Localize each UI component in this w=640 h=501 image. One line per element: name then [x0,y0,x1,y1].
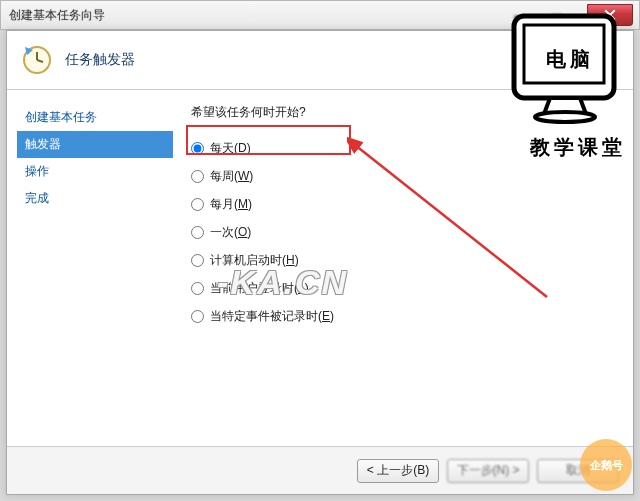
radio-once[interactable] [191,226,204,239]
option-daily[interactable]: 每天(D) [191,135,615,161]
label-event: 当特定事件被记录时(E) [210,308,334,325]
next-button[interactable]: 下一步(N) > [447,459,529,483]
titlebar-blur-1: ▬ [514,8,526,22]
back-button[interactable]: < 上一步(B) [357,459,439,483]
radio-daily[interactable] [191,142,204,155]
close-icon [604,9,616,21]
close-button[interactable] [587,4,633,26]
label-monthly: 每月(M) [210,196,252,213]
sidebar-item-trigger[interactable]: 触发器 [17,131,173,158]
radio-startup[interactable] [191,254,204,267]
main-panel: 希望该任务何时开始? 每天(D) 每周(W) 每月(M) 一次(O) 计算机启动… [173,90,633,446]
wizard-title: 任务触发器 [65,51,135,69]
sidebar-item-create-task[interactable]: 创建基本任务 [17,104,173,131]
radio-monthly[interactable] [191,198,204,211]
radio-weekly[interactable] [191,170,204,183]
clock-icon [21,44,53,76]
label-logon: 当前用户登录时(L) [210,280,309,297]
wizard-window: 任务触发器 创建基本任务 触发器 操作 完成 希望该任务何时开始? 每天(D) … [6,30,634,495]
radio-event[interactable] [191,310,204,323]
titlebar: 创建基本任务向导 ▬ ▭ [0,0,640,30]
trigger-question: 希望该任务何时开始? [191,104,615,121]
label-once: 一次(O) [210,224,251,241]
option-startup[interactable]: 计算机启动时(H) [191,247,615,273]
content-area: 创建基本任务 触发器 操作 完成 希望该任务何时开始? 每天(D) 每周(W) … [7,90,633,446]
titlebar-blur-2: ▭ [551,8,562,22]
window-title: 创建基本任务向导 [9,7,105,24]
label-weekly: 每周(W) [210,168,253,185]
label-daily: 每天(D) [210,140,251,157]
wizard-header: 任务触发器 [7,31,633,89]
footer: < 上一步(B) 下一步(N) > 取消 [7,446,633,494]
sidebar-item-action[interactable]: 操作 [17,158,173,185]
option-monthly[interactable]: 每月(M) [191,191,615,217]
sidebar-item-finish[interactable]: 完成 [17,185,173,212]
label-startup: 计算机启动时(H) [210,252,299,269]
option-event[interactable]: 当特定事件被记录时(E) [191,303,615,329]
option-once[interactable]: 一次(O) [191,219,615,245]
option-weekly[interactable]: 每周(W) [191,163,615,189]
radio-logon[interactable] [191,282,204,295]
sidebar: 创建基本任务 触发器 操作 完成 [7,90,173,446]
cancel-button[interactable]: 取消 [537,459,619,483]
option-logon[interactable]: 当前用户登录时(L) [191,275,615,301]
